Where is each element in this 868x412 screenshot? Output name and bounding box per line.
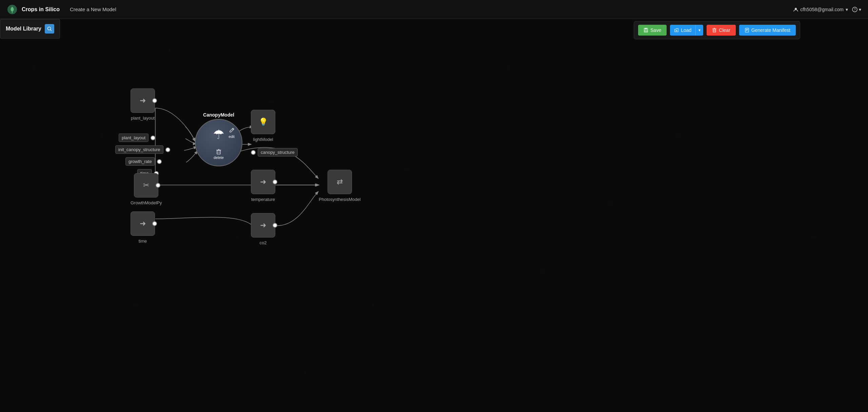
time-label: time bbox=[139, 239, 147, 244]
model-library-title: Model Library bbox=[6, 26, 41, 32]
temperature-node-box[interactable]: ➜ bbox=[251, 170, 275, 194]
app-logo bbox=[7, 4, 18, 15]
edit-label: edit bbox=[229, 135, 235, 139]
help-button[interactable]: ? ▾ bbox=[852, 7, 861, 12]
lightbulb-icon: 💡 bbox=[259, 118, 268, 126]
co2-arrow-icon: ➜ bbox=[260, 221, 266, 230]
delete-label: delete bbox=[214, 156, 224, 160]
svg-point-4 bbox=[47, 27, 51, 30]
init-canopy-input-port[interactable] bbox=[165, 147, 170, 152]
save-icon bbox=[644, 28, 648, 33]
svg-point-1 bbox=[795, 8, 797, 10]
growth-rate-input-node: growth_rate bbox=[125, 157, 162, 166]
photosynthesis-node[interactable]: ⇄ PhotosynthesisModel bbox=[319, 170, 361, 202]
svg-rect-20 bbox=[217, 150, 220, 154]
svg-line-19 bbox=[232, 129, 233, 130]
light-model-node-box[interactable]: 💡 bbox=[251, 110, 275, 134]
search-icon bbox=[47, 26, 52, 31]
growth-rate-input-label: growth_rate bbox=[125, 157, 155, 166]
user-email: cfh5058@gmail.com ▾ bbox=[793, 7, 848, 12]
growth-output-port[interactable] bbox=[156, 183, 160, 188]
action-toolbar: Save Load ▾ Clear Generate Manifest bbox=[634, 21, 800, 39]
canopy-structure-port[interactable] bbox=[251, 150, 256, 155]
plant-layout-output-port[interactable] bbox=[152, 98, 157, 103]
svg-text:?: ? bbox=[854, 8, 856, 12]
growth-model-node-box[interactable]: ✂ bbox=[134, 173, 158, 198]
time-arrow-icon: ➜ bbox=[140, 219, 146, 228]
svg-line-5 bbox=[50, 30, 52, 31]
plant-layout-node[interactable]: ➜ plant_layout bbox=[131, 88, 155, 121]
model-library-search-button[interactable] bbox=[45, 24, 54, 34]
delete-button[interactable]: delete bbox=[214, 148, 224, 160]
nav-right: cfh5058@gmail.com ▾ ? ▾ bbox=[793, 7, 861, 12]
plant-layout-input-port[interactable] bbox=[151, 136, 155, 140]
canopy-umbrella-icon: ☂ bbox=[213, 127, 224, 142]
temperature-output-port[interactable] bbox=[273, 180, 277, 184]
time-node[interactable]: ➜ time bbox=[131, 211, 155, 244]
load-icon bbox=[674, 28, 679, 33]
load-button[interactable]: Load bbox=[670, 25, 695, 36]
edit-button[interactable]: edit bbox=[228, 127, 235, 139]
co2-node-box[interactable]: ➜ bbox=[251, 213, 275, 238]
exchange-icon: ⇄ bbox=[337, 178, 343, 186]
save-button[interactable]: Save bbox=[638, 25, 667, 36]
clear-icon bbox=[712, 28, 717, 33]
growth-model-node[interactable]: ✂ GrowthModelPy bbox=[131, 173, 162, 205]
arrow-right-icon: ➜ bbox=[140, 96, 146, 105]
clear-button[interactable]: Clear bbox=[707, 25, 735, 36]
co2-node[interactable]: ➜ co2 bbox=[251, 213, 275, 245]
canopy-model-circle[interactable]: ☂ edit delete bbox=[195, 119, 242, 166]
time-node-box[interactable]: ➜ bbox=[131, 211, 155, 236]
plant-layout-node-label: plant_layout bbox=[131, 116, 155, 121]
model-canvas[interactable]: ➜ plant_layout plant_layout init_canopy_… bbox=[0, 19, 868, 412]
connections-layer bbox=[0, 19, 868, 412]
generate-manifest-button[interactable]: Generate Manifest bbox=[739, 25, 796, 36]
temperature-node[interactable]: ➜ temperature bbox=[251, 170, 275, 202]
brand-name: Crops in Silico bbox=[22, 6, 60, 13]
navbar: Crops in Silico Create a New Model cfh50… bbox=[0, 0, 868, 19]
co2-label: co2 bbox=[260, 240, 267, 245]
canopy-model-label: CanopyModel bbox=[203, 112, 234, 118]
light-model-node[interactable]: 💡 lightModel bbox=[251, 110, 275, 142]
canopy-model-node[interactable]: CanopyModel ☂ edit bbox=[195, 119, 242, 166]
canopy-structure-label: canopy_structure bbox=[258, 148, 298, 157]
manifest-icon bbox=[745, 28, 749, 33]
growth-icon: ✂ bbox=[143, 181, 149, 190]
delete-icon bbox=[215, 148, 222, 155]
co2-output-port[interactable] bbox=[273, 223, 277, 228]
canopy-structure-output-node: canopy_structure bbox=[251, 148, 298, 157]
init-canopy-input-label: init_canopy_structure bbox=[115, 145, 163, 154]
temperature-arrow-icon: ➜ bbox=[260, 178, 266, 186]
growth-model-label: GrowthModelPy bbox=[131, 200, 162, 205]
svg-rect-7 bbox=[645, 28, 647, 29]
edit-icon bbox=[228, 127, 235, 134]
load-button-group: Load ▾ bbox=[670, 25, 703, 36]
init-canopy-input-node: init_canopy_structure bbox=[115, 145, 170, 154]
model-library-panel: Model Library bbox=[0, 19, 60, 39]
page-title: Create a New Model bbox=[70, 6, 116, 12]
photosynthesis-node-box[interactable]: ⇄ bbox=[328, 170, 352, 194]
svg-rect-14 bbox=[745, 28, 749, 32]
plant-layout-node-box[interactable]: ➜ bbox=[131, 88, 155, 113]
temperature-label: temperature bbox=[251, 197, 275, 202]
time-output-port[interactable] bbox=[152, 221, 157, 226]
photosynthesis-label: PhotosynthesisModel bbox=[319, 197, 361, 202]
growth-rate-input-port[interactable] bbox=[157, 159, 162, 164]
plant-layout-input-label: plant_layout bbox=[119, 133, 149, 142]
light-model-label: lightModel bbox=[253, 137, 273, 142]
svg-rect-8 bbox=[645, 30, 647, 32]
load-dropdown-button[interactable]: ▾ bbox=[695, 25, 703, 35]
plant-layout-input-node: plant_layout bbox=[119, 133, 155, 142]
